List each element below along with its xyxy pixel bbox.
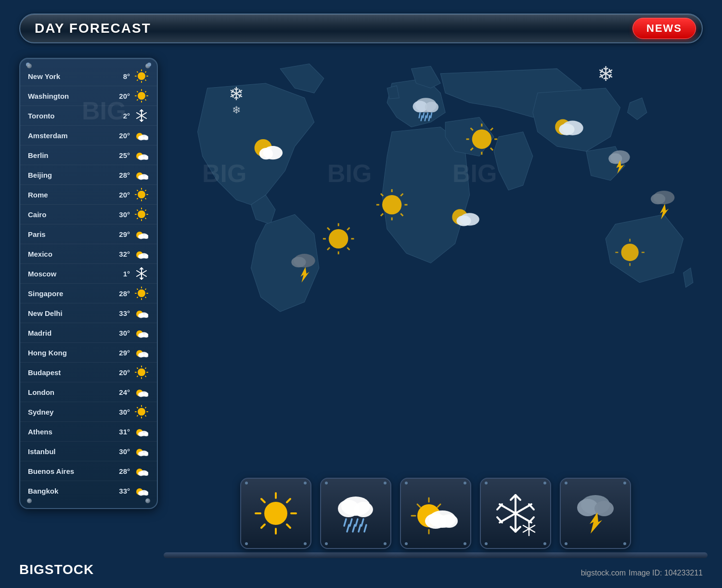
svg-point-179 — [291, 257, 306, 267]
city-row: Istanbul 30° — [20, 442, 157, 461]
city-name: Buenos Aires — [28, 467, 112, 475]
screw-br — [543, 542, 546, 545]
icon-panel — [168, 475, 703, 552]
city-row: Hong Kong 29° — [20, 343, 157, 363]
screw-br — [304, 542, 307, 545]
svg-point-91 — [138, 368, 145, 376]
svg-line-207 — [356, 519, 358, 526]
svg-line-209 — [347, 525, 349, 532]
city-weather-icon — [134, 483, 149, 498]
svg-point-166 — [559, 124, 574, 135]
city-temp: 30° — [112, 210, 130, 219]
svg-line-211 — [359, 525, 361, 532]
icon-card-rainy — [320, 478, 391, 549]
bigstock-label: BIGSTOCK — [19, 562, 94, 577]
city-row: Buenos Aires 28° — [20, 461, 157, 481]
city-temp: 30° — [112, 447, 130, 456]
city-temp: 20° — [112, 131, 130, 140]
svg-line-198 — [261, 499, 265, 502]
svg-line-199 — [287, 499, 290, 502]
city-temp: 33° — [112, 487, 130, 495]
city-name: London — [28, 388, 112, 396]
svg-line-45 — [145, 198, 146, 199]
screw-br — [623, 542, 626, 545]
city-name: Rome — [28, 191, 112, 199]
city-weather-icon — [134, 147, 149, 163]
city-name: Budapest — [28, 368, 112, 377]
svg-line-42 — [137, 190, 138, 191]
city-name: Istanbul — [28, 447, 112, 456]
city-weather-icon — [134, 365, 149, 380]
city-name: Sydney — [28, 408, 112, 416]
svg-line-200 — [261, 524, 265, 528]
svg-line-8 — [145, 80, 146, 80]
svg-point-123 — [138, 471, 144, 476]
svg-line-98 — [137, 376, 138, 377]
svg-line-7 — [137, 80, 138, 80]
screw-tl — [27, 64, 32, 68]
svg-line-218 — [417, 504, 420, 507]
city-name: Athens — [28, 428, 112, 436]
city-row: New York 8° — [20, 66, 157, 86]
svg-line-78 — [145, 297, 146, 298]
svg-point-0 — [138, 72, 145, 80]
svg-text:❄: ❄ — [597, 63, 614, 85]
svg-point-136 — [382, 195, 401, 214]
svg-line-206 — [350, 519, 352, 526]
screw-br — [384, 542, 387, 545]
city-weather-icon — [134, 305, 149, 321]
svg-point-27 — [138, 136, 144, 141]
city-temp: 33° — [112, 309, 130, 317]
svg-line-97 — [145, 368, 146, 368]
svg-point-222 — [440, 514, 458, 528]
city-name: New Delhi — [28, 309, 112, 317]
city-row: Toronto 2° — [20, 106, 157, 126]
city-name: Moscow — [28, 270, 112, 278]
city-name: Amsterdam — [28, 131, 112, 140]
city-weather-icon — [134, 88, 149, 104]
city-weather-icon — [134, 167, 149, 183]
svg-point-9 — [138, 92, 145, 100]
city-weather-icon — [134, 463, 149, 479]
svg-point-31 — [138, 156, 144, 160]
city-weather-icon — [134, 226, 149, 242]
city-temp: 8° — [112, 72, 130, 80]
svg-text:❄: ❄ — [232, 104, 241, 116]
svg-point-170 — [621, 244, 638, 261]
screw-bl — [325, 542, 328, 545]
city-row: Rome 20° — [20, 185, 157, 205]
city-weather-icon — [134, 424, 149, 439]
city-temp: 29° — [112, 349, 130, 357]
svg-line-5 — [137, 72, 138, 72]
city-weather-icon — [134, 246, 149, 261]
svg-point-70 — [138, 289, 145, 297]
partly-cloudy-icon — [409, 487, 462, 540]
svg-line-201 — [287, 524, 290, 528]
svg-point-57 — [138, 235, 144, 239]
city-row: Madrid 30° — [20, 323, 157, 343]
screw-bl — [405, 542, 408, 545]
city-temp: 20° — [112, 368, 130, 377]
city-name: Singapore — [28, 289, 112, 298]
city-weather-icon — [134, 325, 149, 340]
svg-line-210 — [353, 525, 355, 532]
svg-line-109 — [137, 407, 138, 408]
city-name: Berlin — [28, 151, 112, 159]
city-temp: 32° — [112, 250, 130, 258]
city-row: Cairo 30° — [20, 205, 157, 224]
svg-point-89 — [138, 353, 144, 358]
svg-point-155 — [472, 130, 491, 149]
screw-bl — [485, 542, 488, 545]
city-row: Bangkok 33° — [20, 481, 157, 500]
svg-point-104 — [138, 408, 145, 416]
city-row: Moscow 1° — [20, 264, 157, 284]
city-temp: 28° — [112, 467, 130, 475]
city-weather-icon — [134, 345, 149, 360]
city-name: New York — [28, 72, 112, 80]
icon-card-storm — [560, 478, 631, 549]
svg-point-85 — [138, 333, 144, 338]
svg-line-208 — [361, 519, 363, 526]
city-temp: 31° — [112, 428, 130, 436]
world-map: ❄ ❄ ❄ — [168, 55, 703, 335]
svg-line-17 — [145, 100, 146, 100]
